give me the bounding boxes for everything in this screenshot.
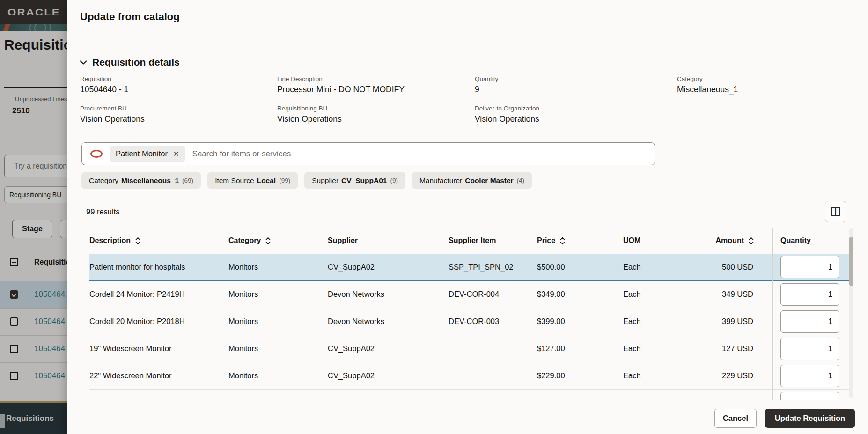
cell-uom: Each — [623, 371, 700, 380]
column-header[interactable]: Supplier — [328, 236, 449, 245]
cell-uom: Each — [623, 263, 700, 272]
update-from-catalog-panel: Update from catalog Requisition details … — [67, 0, 868, 434]
filter-count: (69) — [182, 177, 193, 184]
table-row[interactable]: Cordell 20 Monitor: P2018H Monitors Devo… — [89, 308, 850, 335]
catalog-search-bar[interactable]: Patient Monitor ✕ — [81, 142, 655, 165]
filter-chip[interactable]: Item Source Local (99) — [207, 172, 298, 189]
cell-category: Monitors — [228, 290, 328, 299]
cell-quantity — [772, 335, 850, 362]
requisitions-page-background: ORACLE Requisitions Unprocessed Lines 25… — [0, 0, 67, 434]
filter-count: (9) — [390, 177, 398, 184]
filter-label: Supplier — [312, 177, 338, 185]
cell-amount: 127 USD — [700, 344, 772, 353]
quantity-input[interactable] — [780, 365, 839, 387]
cell-amount: 399 USD — [700, 317, 772, 326]
cell-quantity — [772, 254, 850, 280]
cell-uom: Each — [623, 317, 700, 326]
modal-footer: Cancel Update Requisition — [714, 409, 855, 428]
cell-supplier: CV_SuppA02 — [328, 344, 449, 353]
cell-price: $229.00 — [537, 371, 623, 380]
table-header-row: Description Category Supplier Supplier I… — [89, 228, 850, 254]
column-header[interactable]: Quantity — [772, 236, 850, 245]
detail-field: Quantity 9 — [475, 75, 677, 95]
cell-supplier: CV_SuppA02 — [328, 263, 449, 272]
detail-field: Deliver-to Organization Vision Operation… — [475, 105, 677, 124]
cell-amount: 500 USD — [700, 263, 772, 272]
cell-description: Cordell 24 Monitor: P2419H — [89, 290, 228, 299]
filter-chip[interactable]: Manufacturer Cooler Master (4) — [412, 172, 532, 189]
filter-value: Local — [257, 177, 276, 185]
quantity-input[interactable] — [780, 392, 839, 400]
cell-supplier: Devon Networks — [328, 317, 449, 326]
catalog-search-input[interactable] — [192, 149, 655, 159]
requisition-details-section[interactable]: Requisition details — [80, 57, 180, 68]
column-header[interactable]: UOM — [623, 236, 700, 245]
detail-field: Category Miscellaneous_1 — [677, 75, 858, 95]
table-row[interactable]: 19" Widescreen Monitor Monitors CV_SuppA… — [89, 335, 850, 362]
quantity-input[interactable] — [780, 338, 839, 360]
cell-description: Cordell 20 Monitor: P2018H — [89, 317, 228, 326]
filter-chip[interactable]: Category Miscellaneous_1 (69) — [81, 172, 201, 189]
field-label: Procurement BU — [80, 105, 277, 112]
field-value: 9 — [475, 85, 677, 95]
requisition-details-fields: Requisition 10504640 - 1 Line Descriptio… — [80, 75, 858, 124]
column-header[interactable]: Category — [228, 236, 328, 245]
cell-amount: 229 USD — [700, 371, 772, 380]
cell-category: Monitors — [228, 317, 328, 326]
table-scrollbar[interactable] — [849, 228, 853, 398]
column-header[interactable]: Price — [537, 236, 623, 245]
cell-price: $399.00 — [537, 317, 623, 326]
search-term-label: Patient Monitor — [116, 149, 168, 158]
column-header-label: Description — [89, 236, 131, 245]
sort-icon[interactable] — [265, 237, 271, 245]
update-requisition-button[interactable]: Update Requisition — [765, 409, 855, 428]
cell-category: Monitors — [228, 263, 328, 272]
cell-quantity — [772, 281, 850, 308]
column-header-label: Supplier Item — [449, 236, 496, 245]
column-header[interactable]: Amount — [700, 236, 772, 245]
columns-layout-icon — [831, 207, 840, 216]
cancel-button[interactable]: Cancel — [714, 409, 757, 428]
filter-count: (4) — [517, 177, 525, 184]
chevron-down-icon — [80, 60, 87, 65]
cell-supplier: Devon Networks — [328, 290, 449, 299]
field-label: Requisition — [80, 75, 277, 82]
detail-field: Requisition 10504640 - 1 — [80, 75, 277, 95]
table-row[interactable]: Patient monitor for hospitals Monitors C… — [89, 254, 850, 281]
scrollbar-thumb[interactable] — [849, 237, 853, 286]
cell-amount: 349 USD — [700, 290, 772, 299]
filter-value: CV_SuppA01 — [341, 177, 387, 185]
catalog-table-body: Patient monitor for hospitals Monitors C… — [89, 254, 850, 400]
filter-chip[interactable]: Supplier CV_SuppA01 (9) — [304, 172, 405, 189]
modal-scrim — [0, 0, 67, 434]
sort-icon[interactable] — [560, 237, 565, 245]
results-count: 99 results — [86, 207, 120, 216]
filter-label: Category — [89, 177, 118, 185]
filter-label: Manufacturer — [419, 177, 462, 185]
sort-icon[interactable] — [135, 237, 140, 245]
filter-count: (99) — [279, 177, 290, 184]
column-header[interactable]: Description — [89, 236, 228, 245]
cell-category: Monitors — [228, 371, 328, 380]
column-header[interactable]: Supplier Item — [449, 236, 537, 245]
column-header-label: Price — [537, 236, 555, 245]
detail-field: Line Description Processor Mini - DO NOT… — [277, 75, 475, 95]
close-icon[interactable]: ✕ — [173, 150, 179, 158]
catalog-results-table: Description Category Supplier Supplier I… — [89, 228, 850, 400]
cell-category: Monitors — [228, 344, 328, 353]
table-row-partial[interactable] — [89, 390, 850, 400]
table-row[interactable]: 22" Widescreen Monitor Monitors CV_SuppA… — [89, 362, 850, 390]
quantity-input[interactable] — [780, 256, 839, 278]
column-header-label: UOM — [623, 236, 640, 245]
split-view-toggle-button[interactable] — [825, 201, 846, 222]
cell-quantity — [772, 308, 850, 335]
cell-supplier: CV_SuppA02 — [328, 371, 449, 380]
quantity-input[interactable] — [780, 310, 839, 333]
quantity-input[interactable] — [780, 283, 839, 306]
cell-uom: Each — [623, 290, 700, 299]
table-row[interactable]: Cordell 24 Monitor: P2419H Monitors Devo… — [89, 281, 850, 308]
filter-value: Miscellaneous_1 — [121, 177, 179, 185]
sort-icon[interactable] — [749, 237, 754, 245]
field-label: Category — [677, 75, 858, 82]
search-term-chip[interactable]: Patient Monitor ✕ — [110, 146, 185, 162]
